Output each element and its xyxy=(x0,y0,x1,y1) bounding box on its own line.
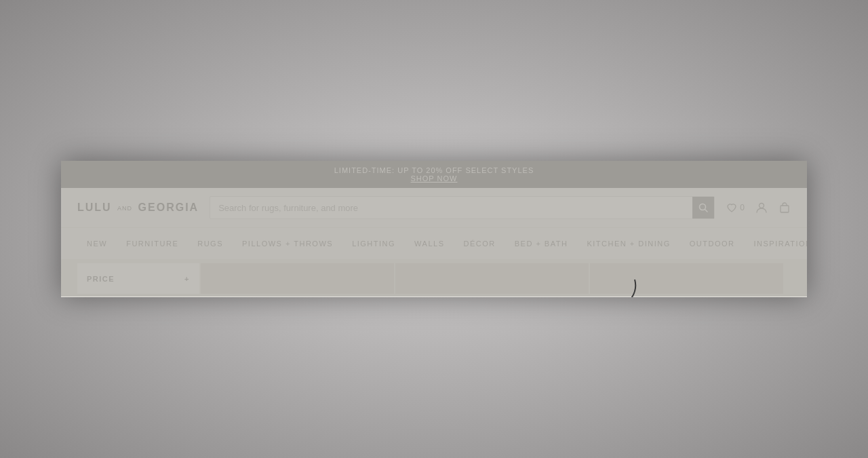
page-wrapper: LIMITED-TIME: UP TO 20% OFF SELECT STYLE… xyxy=(61,161,807,297)
dropdown-overlay xyxy=(61,161,807,297)
arrow-decoration xyxy=(580,276,642,297)
dropdown-panel: Up To 50% Off Select Holiday Décor Limit… xyxy=(61,297,807,297)
